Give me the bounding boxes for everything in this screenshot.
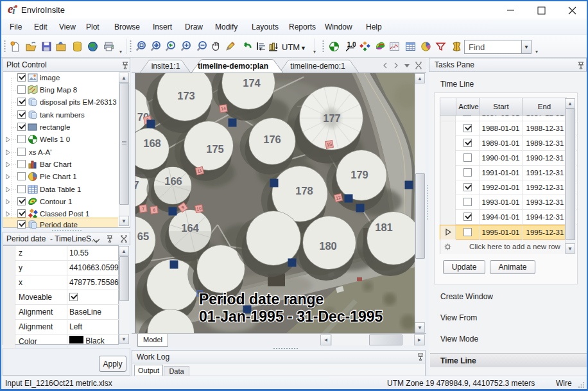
svg-text:164: 164 bbox=[181, 222, 199, 234]
svg-text:insite1:1: insite1:1 bbox=[151, 62, 180, 71]
svg-text:179: 179 bbox=[350, 169, 368, 180]
svg-text:timeline-demo:1: timeline-demo:1 bbox=[290, 62, 345, 71]
svg-text:175: 175 bbox=[206, 143, 224, 155]
svg-text:181: 181 bbox=[375, 222, 393, 233]
svg-text:11: 11 bbox=[197, 168, 203, 173]
svg-text:178: 178 bbox=[295, 185, 313, 196]
svg-text:166: 166 bbox=[164, 175, 182, 187]
svg-text:14: 14 bbox=[221, 106, 227, 111]
svg-text:Period date range: Period date range bbox=[199, 291, 324, 308]
svg-text:1.0: 1.0 bbox=[347, 41, 356, 48]
svg-text:01-Jan-1995 - 31-Dec-1995: 01-Jan-1995 - 31-Dec-1995 bbox=[199, 308, 383, 325]
svg-text:176: 176 bbox=[263, 134, 281, 145]
svg-text:10: 10 bbox=[196, 206, 202, 211]
svg-text:7: 7 bbox=[135, 179, 139, 191]
svg-text:15: 15 bbox=[327, 142, 333, 147]
svg-text:174: 174 bbox=[243, 77, 261, 89]
svg-text:168: 168 bbox=[143, 137, 161, 149]
svg-text:177: 177 bbox=[323, 112, 341, 124]
svg-text:180: 180 bbox=[319, 240, 337, 252]
svg-text:65: 65 bbox=[137, 230, 149, 242]
svg-text:173: 173 bbox=[177, 90, 195, 101]
svg-text:timeline-demo:plan: timeline-demo:plan bbox=[198, 62, 268, 71]
